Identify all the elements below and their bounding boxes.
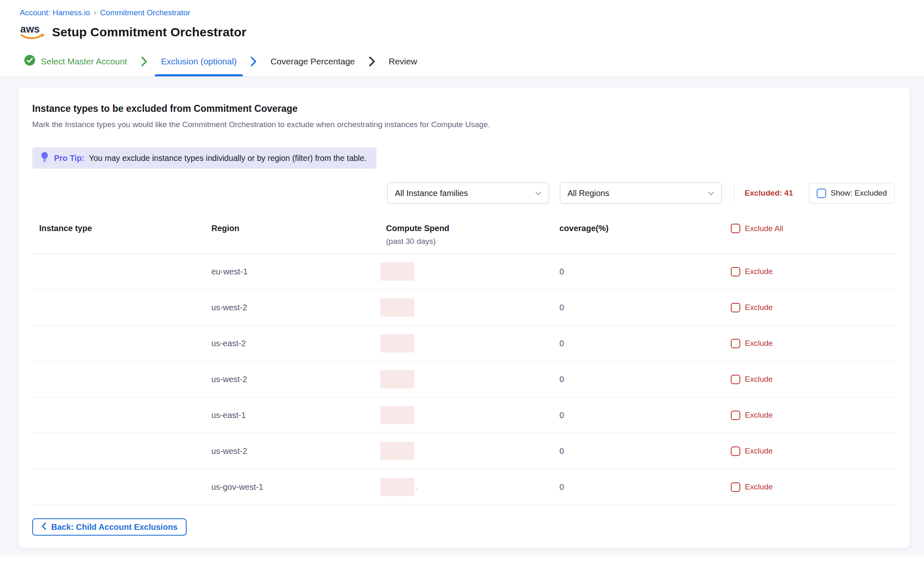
content-background: Instance types to be excluded from Commi… xyxy=(0,77,924,555)
step-review[interactable]: Review xyxy=(389,46,417,76)
breadcrumb: Account: Harness.io › Commitment Orchest… xyxy=(20,8,924,17)
compute-spend-redacted-block xyxy=(380,406,414,424)
instance-families-value: All Instance families xyxy=(395,189,468,198)
table-row: us-west-2 0 Exclude xyxy=(32,290,896,326)
back-button-label: Back: Child Account Exclusions xyxy=(51,522,178,532)
exclusion-table: Instance type Region Compute Spend (past… xyxy=(32,224,896,505)
chevron-right-icon xyxy=(249,56,258,67)
exclude-all-label: Exclude All xyxy=(745,224,783,233)
check-circle-icon xyxy=(24,54,36,68)
chevron-right-icon xyxy=(140,56,148,67)
step-label: Review xyxy=(389,57,417,66)
coverage-cell: 0 xyxy=(554,447,727,456)
exclude-checkbox[interactable] xyxy=(731,482,740,492)
compute-spend-subtitle: (past 30 days) xyxy=(386,237,554,246)
coverage-cell: 0 xyxy=(554,482,727,492)
exclude-checkbox[interactable] xyxy=(731,303,740,312)
exclude-all-control[interactable]: Exclude All xyxy=(731,224,896,233)
region-cell: us-east-2 xyxy=(206,339,380,348)
step-select-master-account[interactable]: Select Master Account xyxy=(24,46,127,76)
exclude-label: Exclude xyxy=(745,482,773,491)
chevron-right-icon xyxy=(368,56,376,67)
region-cell: us-west-2 xyxy=(206,447,380,456)
exclude-control[interactable]: Exclude xyxy=(731,303,896,312)
coverage-cell: 0 xyxy=(554,375,727,384)
step-label: Exclusion (optional) xyxy=(161,57,237,66)
exclude-control[interactable]: Exclude xyxy=(731,411,896,420)
exclude-control[interactable]: Exclude xyxy=(731,375,896,384)
breadcrumb-page-link[interactable]: Commitment Orchestrator xyxy=(100,8,190,17)
exclude-control[interactable]: Exclude xyxy=(731,267,896,276)
chevron-left-icon xyxy=(41,522,47,532)
region-cell: eu-west-1 xyxy=(206,267,380,276)
svg-text:aws: aws xyxy=(20,23,40,35)
compute-spend-redacted-block xyxy=(380,442,414,460)
step-label: Coverage Percentage xyxy=(270,57,355,66)
pro-tip-text: You may exclude instance types individua… xyxy=(89,154,366,163)
vertical-divider xyxy=(734,184,734,202)
exclude-checkbox[interactable] xyxy=(731,447,740,456)
active-step-underline xyxy=(155,74,243,76)
lightbulb-icon xyxy=(40,151,50,165)
panel-title: Instance types to be excluded from Commi… xyxy=(32,103,896,114)
chevron-down-icon xyxy=(535,189,542,198)
exclude-control[interactable]: Exclude xyxy=(731,339,896,348)
wizard-stepper: Select Master Account Exclusion (optiona… xyxy=(0,46,924,77)
show-excluded-toggle[interactable]: Show: Excluded xyxy=(809,183,895,203)
coverage-cell: 0 xyxy=(554,411,727,420)
aws-logo-icon: aws xyxy=(20,22,45,42)
exclude-label: Exclude xyxy=(745,339,773,348)
column-header-compute-spend: Compute Spend (past 30 days) xyxy=(380,224,554,246)
regions-dropdown[interactable]: All Regions xyxy=(560,182,722,204)
show-excluded-label: Show: Excluded xyxy=(831,189,887,198)
exclude-label: Exclude xyxy=(745,375,773,384)
breadcrumb-account-link[interactable]: Account: Harness.io xyxy=(20,8,90,17)
exclude-checkbox[interactable] xyxy=(731,375,740,384)
exclusion-panel: Instance types to be excluded from Commi… xyxy=(19,87,910,548)
show-excluded-checkbox[interactable] xyxy=(817,189,826,198)
exclude-checkbox[interactable] xyxy=(731,267,740,276)
exclude-label: Exclude xyxy=(745,267,773,276)
exclude-control[interactable]: Exclude xyxy=(731,482,896,492)
coverage-cell: 0 xyxy=(554,303,727,312)
step-exclusion-optional[interactable]: Exclusion (optional) xyxy=(161,46,237,76)
region-cell: us-east-1 xyxy=(206,411,380,420)
region-cell: us-gov-west-1 xyxy=(206,482,380,492)
column-header-region: Region xyxy=(206,224,380,233)
exclude-label: Exclude xyxy=(745,411,773,420)
instance-families-dropdown[interactable]: All Instance families xyxy=(387,182,549,204)
regions-value: All Regions xyxy=(568,189,609,198)
back-button[interactable]: Back: Child Account Exclusions xyxy=(32,518,187,536)
coverage-cell: 0 xyxy=(554,267,727,276)
title-row: aws Setup Commitment Orchestrator xyxy=(20,22,924,46)
table-row: us-east-1 0 Exclude xyxy=(32,397,896,433)
exclude-control[interactable]: Exclude xyxy=(731,447,896,456)
column-header-instance-type: Instance type xyxy=(32,224,206,233)
panel-subtitle: Mark the Instance types you would like t… xyxy=(32,120,896,129)
compute-spend-redacted-block xyxy=(380,298,414,317)
excluded-count: Excluded: 41 xyxy=(745,189,793,198)
table-header: Instance type Region Compute Spend (past… xyxy=(32,224,896,254)
chevron-down-icon xyxy=(707,189,715,198)
table-row: us-west-2 0 Exclude xyxy=(32,361,896,397)
region-cell: us-west-2 xyxy=(206,375,380,384)
exclude-all-checkbox[interactable] xyxy=(731,224,740,233)
exclude-checkbox[interactable] xyxy=(731,339,740,348)
table-row: us-east-2 0 Exclude xyxy=(32,326,896,361)
compute-spend-redacted-block xyxy=(380,262,414,281)
step-coverage-percentage[interactable]: Coverage Percentage xyxy=(270,46,355,76)
pro-tip-banner: Pro Tip: You may exclude instance types … xyxy=(32,147,377,169)
coverage-cell: 0 xyxy=(554,339,727,348)
breadcrumb-separator-icon: › xyxy=(94,8,96,17)
exclude-checkbox[interactable] xyxy=(731,411,740,420)
table-row: us-gov-west-1 . 0 Exclude xyxy=(32,469,896,505)
exclude-label: Exclude xyxy=(745,447,773,456)
compute-spend-redacted-block xyxy=(380,370,414,388)
pro-tip-label: Pro Tip: xyxy=(54,154,84,163)
page-title: Setup Commitment Orchestrator xyxy=(52,25,246,39)
exclude-label: Exclude xyxy=(745,303,773,312)
table-row: eu-west-1 0 Exclude xyxy=(32,254,896,290)
region-cell: us-west-2 xyxy=(206,303,380,312)
column-header-coverage: coverage(%) xyxy=(554,224,727,233)
compute-spend-redacted-block xyxy=(380,334,414,352)
